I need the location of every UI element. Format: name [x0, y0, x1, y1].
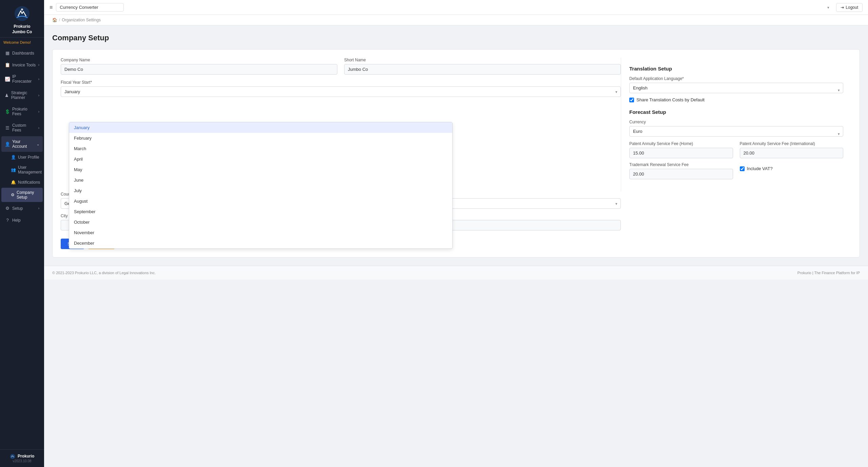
short-name-input[interactable] [344, 64, 621, 75]
patent-fees-row: Patent Annuity Service Fee (Home) Patent… [629, 141, 843, 158]
help-icon: ? [5, 218, 10, 223]
sidebar-item-custom-fees[interactable]: ☰ Custom Fees › [1, 120, 43, 136]
version-text: v2023.10.08 [3, 459, 41, 463]
patent-home-group: Patent Annuity Service Fee (Home) [629, 141, 733, 158]
forecast-section: Forecast Setup Currency Euro USD GBP [629, 109, 843, 179]
dropdown-january[interactable]: January [69, 122, 452, 133]
page-title: Company Setup [52, 34, 860, 42]
company-name-label: Company Name [61, 58, 337, 62]
strategic-planner-arrow: › [38, 94, 39, 97]
welcome-text: Welcome Demo! [0, 38, 44, 47]
currency-select-wrapper: Euro USD GBP [629, 126, 843, 141]
trademark-input[interactable] [629, 169, 733, 179]
topbar-right: ⇥ Logout [836, 3, 863, 12]
sidebar-bottom: Prokurio v2023.10.08 [0, 449, 44, 467]
dropdown-august[interactable]: August [69, 196, 452, 206]
user-profile-icon: 👤 [11, 155, 16, 160]
dashboards-icon: ▦ [5, 50, 10, 56]
svg-point-1 [21, 8, 23, 11]
share-costs-checkbox[interactable] [629, 98, 634, 102]
ip-forecaster-icon: 📈 [5, 77, 10, 82]
sidebar-item-help[interactable]: ? Help [1, 215, 43, 226]
dropdown-march[interactable]: March [69, 143, 452, 154]
lang-label: Default Application Language* [629, 76, 843, 81]
custom-fees-icon: ☰ [5, 125, 10, 130]
sidebar-item-invoice-tools[interactable]: 📋 Invoice Tools › [1, 59, 43, 70]
currency-select[interactable]: Euro USD GBP [629, 126, 843, 137]
fiscal-year-select[interactable]: January February March April May June Ju… [61, 86, 621, 97]
logout-button[interactable]: ⇥ Logout [836, 3, 863, 12]
currency-converter-select[interactable]: Currency Converter [56, 3, 124, 12]
bottom-logo: Prokurio [3, 454, 41, 459]
dropdown-october[interactable]: October [69, 217, 452, 227]
fiscal-year-label: Fiscal Year Start* [61, 80, 621, 85]
trademark-label: Trademark Renewal Service Fee [629, 162, 733, 167]
company-setup-form: Company Name Short Name Fiscal Yea [52, 49, 860, 258]
breadcrumb-sep-1: / [59, 18, 60, 22]
footer-tagline: Prokurio | The Finance Platform for IP [797, 271, 860, 275]
sidebar-item-strategic-planner[interactable]: ♟ Strategic Planner › [1, 87, 43, 103]
page-content: Company Setup Company Name Short [44, 25, 868, 266]
content-area: 🏠 / Organization Settings Company Setup … [44, 15, 868, 467]
share-costs-label: Share Translation Costs by Default [636, 97, 705, 102]
footer-copyright: © 2021-2023 Prokurio LLC, a division of … [52, 271, 156, 275]
company-name: Prokurio Jumbo Co [3, 24, 41, 35]
trademark-group: Trademark Renewal Service Fee [629, 162, 733, 179]
dropdown-july[interactable]: July [69, 185, 452, 196]
include-vat-label: Include VAT? [747, 166, 773, 171]
patent-home-input[interactable] [629, 148, 733, 158]
company-setup-icon: ⚙ [11, 192, 15, 197]
patent-home-label: Patent Annuity Service Fee (Home) [629, 141, 733, 146]
ip-forecaster-arrow: › [38, 77, 39, 81]
short-name-label: Short Name [344, 58, 621, 62]
month-dropdown: January February March April May June Ju… [69, 122, 453, 249]
sidebar-subitem-notifications[interactable]: 🔔 Notifications [1, 178, 43, 187]
main-area: ≡ Currency Converter ⇥ Logout 🏠 / Organi… [44, 0, 868, 467]
patent-intl-group: Patent Annuity Service Fee (Internationa… [740, 141, 844, 158]
include-vat-checkbox[interactable] [740, 166, 745, 171]
sidebar-subitem-user-management[interactable]: 👥 User Management [1, 163, 43, 177]
dropdown-april[interactable]: April [69, 154, 452, 164]
notifications-icon: 🔔 [11, 180, 16, 185]
breadcrumb-org-settings[interactable]: Organization Settings [62, 18, 101, 22]
user-management-icon: 👥 [11, 167, 16, 172]
sidebar-item-dashboards[interactable]: ▦ Dashboards [1, 47, 43, 59]
sidebar-logo: Prokurio Jumbo Co [0, 0, 44, 38]
short-name-group: Short Name [344, 58, 621, 75]
sidebar-item-ip-forecaster[interactable]: 📈 IP Forecaster › [1, 71, 43, 87]
breadcrumb: 🏠 / Organization Settings [44, 15, 868, 25]
bottom-logo-icon [10, 454, 15, 459]
patent-intl-input[interactable] [740, 148, 844, 158]
prokurio-fees-arrow: › [38, 110, 39, 114]
lang-select[interactable]: English French German [629, 83, 843, 93]
sidebar-subitem-user-profile[interactable]: 👤 User Profile [1, 153, 43, 162]
company-name-input[interactable] [61, 64, 337, 75]
dropdown-june[interactable]: June [69, 175, 452, 185]
setup-arrow: › [38, 206, 39, 210]
include-vat-row: Include VAT? [740, 166, 773, 171]
lang-select-wrapper: English French German [629, 83, 843, 97]
sidebar-item-your-account[interactable]: 👤 Your Account ⌄ [1, 136, 43, 152]
invoice-tools-arrow: › [38, 63, 39, 67]
fiscal-year-group: Fiscal Year Start* January February Marc… [61, 80, 621, 97]
logout-icon: ⇥ [841, 5, 844, 10]
strategic-planner-icon: ♟ [5, 93, 9, 98]
dropdown-december[interactable]: December [69, 238, 452, 248]
company-name-group: Company Name [61, 58, 337, 75]
dropdown-february[interactable]: February [69, 133, 452, 143]
left-form: Company Name Short Name Fiscal Yea [61, 58, 621, 249]
dropdown-november[interactable]: November [69, 227, 452, 238]
setup-icon: ⚙ [5, 206, 10, 211]
topbar-selector: Currency Converter [56, 3, 833, 12]
dropdown-may[interactable]: May [69, 164, 452, 175]
sidebar-item-setup[interactable]: ⚙ Setup › [1, 203, 43, 214]
patent-intl-label: Patent Annuity Service Fee (Internationa… [740, 141, 844, 146]
prokurio-fees-icon: 💲 [5, 109, 10, 114]
sidebar-subitem-company-setup[interactable]: ⚙ Company Setup [1, 188, 43, 202]
fiscal-row: Fiscal Year Start* January February Marc… [61, 80, 621, 97]
sidebar-item-prokurio-fees[interactable]: 💲 Prokurio Fees › [1, 104, 43, 119]
translation-setup-title: Translation Setup [629, 66, 843, 72]
menu-toggle-icon[interactable]: ≡ [50, 4, 53, 11]
home-icon[interactable]: 🏠 [52, 18, 57, 22]
dropdown-september[interactable]: September [69, 206, 452, 217]
